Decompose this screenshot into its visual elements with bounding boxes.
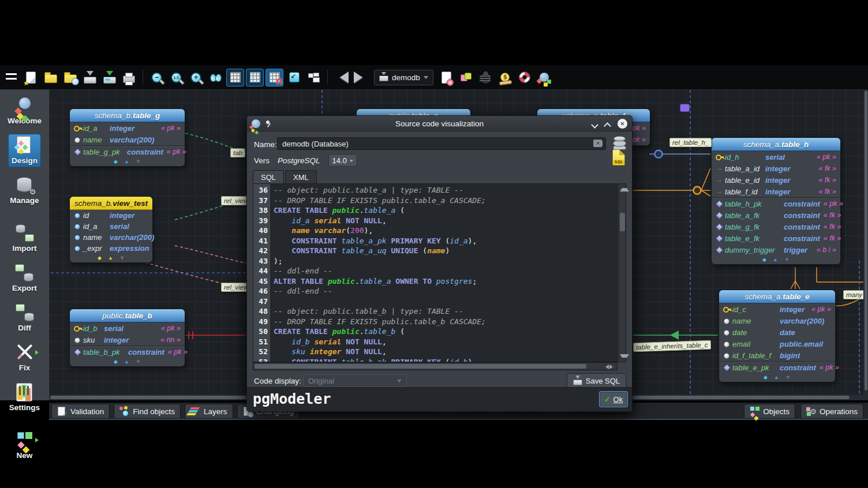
sidebar-item-welcome[interactable]: Welcome — [4, 94, 45, 127]
close-icon[interactable]: ✕ — [618, 119, 627, 129]
sidebar-item-import[interactable]: Import — [9, 222, 40, 255]
page-delimiters-button[interactable] — [246, 69, 264, 87]
code-vertical-scrollbar[interactable] — [618, 183, 626, 362]
scroll-down-arrow-icon[interactable] — [620, 354, 629, 360]
tab-xml[interactable]: XML — [285, 170, 317, 183]
code-hscroll-thumb[interactable] — [255, 364, 586, 369]
edge-label[interactable]: tab — [230, 148, 245, 157]
relationship-edge[interactable] — [175, 246, 248, 264]
sql-code-view[interactable]: 363738394041424344454647484950515253 -- … — [253, 183, 618, 362]
table-header[interactable]: schema_b.view_test — [70, 197, 152, 210]
db-table-table_g[interactable]: schema_b.table_gid_ainteger« pk »namevar… — [69, 108, 185, 167]
table-row[interactable]: table_a_fkconstraint« fk » — [712, 209, 840, 221]
scroll-left-arrow-icon[interactable] — [603, 365, 609, 369]
next-model-button[interactable] — [352, 69, 370, 87]
table-header[interactable]: schema_a.table_h — [712, 138, 840, 151]
table-row[interactable]: table_e_idinteger« fk » — [712, 174, 840, 186]
plugins-button[interactable] — [457, 69, 475, 87]
bug-report-button[interactable] — [477, 69, 495, 87]
table-header[interactable]: schema_b.table_g — [70, 109, 185, 122]
table-row[interactable]: id_aserial — [70, 221, 152, 232]
version-select[interactable]: 14.0 — [328, 154, 357, 167]
edge-node[interactable] — [655, 151, 663, 158]
about-button[interactable] — [536, 69, 553, 87]
table-row[interactable]: idinteger — [70, 210, 152, 221]
edge-label[interactable]: table_e_inherits_table_c — [633, 340, 711, 352]
dialog-titlebar[interactable]: Source code visualization ✕ — [247, 116, 632, 132]
table-row[interactable]: namevarchar(200) — [70, 232, 152, 243]
sidebar-item-manage[interactable]: Manage — [6, 174, 42, 207]
main-menu-button[interactable] — [2, 69, 20, 87]
objects-button[interactable]: Objects — [744, 404, 795, 419]
table-row[interactable]: table_h_pkconstraint« pk » — [712, 197, 840, 209]
new-model-button[interactable] — [22, 69, 40, 87]
relationship-edge[interactable] — [185, 331, 250, 339]
scroll-right-arrow-icon[interactable] — [609, 365, 615, 369]
shade-chevron-up-icon[interactable] — [605, 121, 610, 126]
sidebar-item-diff[interactable]: Diff — [11, 301, 39, 335]
table-row[interactable]: datedate — [719, 326, 835, 338]
shade-chevron-down-icon[interactable] — [592, 121, 597, 126]
clear-input-icon[interactable]: ✕ — [593, 140, 603, 147]
table-row[interactable]: table_e_fkconstraint« fk » — [712, 232, 840, 244]
validation-button[interactable]: Validation — [51, 404, 110, 419]
table-row[interactable]: id_cinteger« pk » — [719, 303, 835, 315]
close-model-button[interactable] — [437, 69, 455, 87]
object-name-input[interactable] — [277, 137, 606, 150]
open-model-button[interactable] — [42, 69, 59, 87]
table-row[interactable]: dummy_triggertrigger« b i » — [712, 244, 840, 256]
sidebar-item-fix[interactable]: Fix — [11, 341, 39, 374]
table-row[interactable]: table_e_pkconstraint« pk » — [719, 361, 835, 373]
save-sql-button[interactable]: Save SQL — [567, 373, 626, 389]
table-row[interactable]: namevarchar(200) — [70, 134, 185, 145]
edge-node[interactable] — [694, 187, 701, 194]
sidebar-item-export[interactable]: Export — [9, 261, 40, 295]
code-horizontal-scrollbar[interactable] — [253, 362, 618, 370]
sidebar-item-settings[interactable]: Settings — [6, 381, 43, 414]
table-row[interactable]: table_g_pkconstraint« pk » — [70, 145, 185, 157]
table-row[interactable]: skuinteger« nn » — [70, 334, 185, 346]
code-vscroll-thumb[interactable] — [620, 213, 625, 231]
sidebar-item-design[interactable]: Design — [8, 134, 41, 167]
zoom-in-button[interactable] — [187, 69, 205, 87]
edge-label[interactable]: rel_table_h_ — [669, 138, 712, 147]
scroll-up-arrow-icon[interactable] — [620, 186, 629, 192]
table-row[interactable]: id_f_table_fbigint — [719, 350, 835, 361]
snap-to-grid-button[interactable] — [265, 69, 283, 87]
table-row[interactable]: id_bserial« pk » — [70, 322, 185, 334]
table-header[interactable]: public.table_b — [70, 309, 185, 322]
find-objects-button[interactable]: Find objects — [114, 404, 181, 419]
table-row[interactable]: id_hserial« pk » — [712, 151, 840, 163]
model-selector[interactable]: demodb — [374, 70, 433, 85]
tab-sql[interactable]: SQL — [253, 170, 284, 183]
magnifier-tool-button[interactable] — [207, 69, 225, 87]
relationship-edge[interactable] — [791, 267, 800, 289]
table-row[interactable]: table_g_fkconstraint« fk » — [712, 221, 840, 232]
table-row[interactable]: table_a_idinteger« fk » — [712, 163, 840, 174]
zoom-original-button[interactable] — [167, 69, 185, 87]
table-row[interactable]: namevarchar(200) — [719, 315, 835, 326]
compact-view-button[interactable] — [285, 69, 303, 87]
sidebar-item-new[interactable]: New — [11, 429, 39, 462]
canvas-vscroll-thumb[interactable] — [865, 91, 867, 391]
edge-label[interactable]: many — [843, 290, 865, 299]
table-row[interactable]: table_b_pkconstraint« pk » — [70, 346, 185, 358]
layers-button[interactable]: Layers — [185, 404, 233, 419]
db-table-table_e[interactable]: schema_a.table_eid_cinteger« pk »namevar… — [719, 290, 836, 382]
canvas-vertical-scrollbar[interactable] — [863, 89, 868, 400]
table-row[interactable]: emailpublic.email — [719, 338, 835, 350]
ok-button[interactable]: ✓ Ok — [599, 391, 628, 407]
db-table-view_test[interactable]: schema_b.view_testidintegerid_aserialnam… — [69, 196, 153, 263]
table-row[interactable]: table_f_idinteger« fk » — [712, 186, 840, 197]
table-header[interactable]: schema_a.table_e — [719, 290, 835, 303]
relationship-edge[interactable] — [633, 168, 710, 196]
table-row[interactable]: id_ainteger« pk » — [70, 122, 185, 134]
previous-model-button[interactable] — [332, 69, 350, 87]
db-table-table_h[interactable]: schema_a.table_hid_hserial« pk »table_a_… — [711, 137, 841, 265]
support-button[interactable] — [516, 69, 534, 87]
show-grid-button[interactable] — [226, 69, 244, 87]
db-table-table_b[interactable]: public.table_bid_bserial« pk »skuinteger… — [69, 309, 185, 367]
zoom-out-button[interactable] — [148, 69, 166, 87]
operations-button[interactable]: Operations — [800, 404, 863, 419]
recent-models-button[interactable] — [61, 69, 79, 87]
